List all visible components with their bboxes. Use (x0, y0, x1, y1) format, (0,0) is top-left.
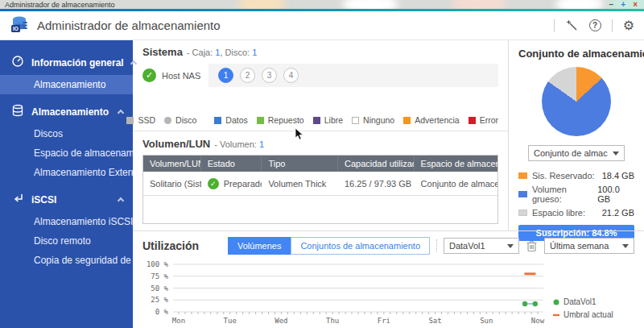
cell-volumen-name: Solitario (Siste... (143, 179, 201, 189)
svg-text:Sun: Sun (480, 317, 493, 325)
pool-panel-title: Conjunto de almacenamiento (518, 48, 634, 60)
svg-text:0 %: 0 % (155, 308, 169, 316)
volumen-count: 1 (259, 139, 264, 149)
disco-marker (164, 117, 171, 124)
disk-slot-3[interactable]: 3 (262, 68, 277, 83)
cell-tipo: Volumen Thick (262, 179, 338, 189)
cell-estado: ✓ Preparado (201, 178, 262, 189)
ssd-marker (126, 117, 134, 124)
help-icon[interactable]: ? (589, 19, 601, 31)
table-row[interactable]: Solitario (Siste... ✓ Preparado Volumen … (143, 172, 497, 196)
sidebar-item-copia-seguridad-lun[interactable]: Copia de seguridad de LUN (0, 251, 133, 270)
svg-text:25 %: 25 % (151, 296, 168, 304)
desktop-blob (451, 0, 507, 9)
volume-select-dropdown[interactable]: DataVol1 (444, 238, 519, 254)
window-titlebar[interactable]: Administrador de almacenamiento − + × (0, 0, 644, 9)
chevron-down-icon (613, 152, 619, 156)
sidebar-section-iscsi[interactable]: iSCSI (0, 187, 133, 212)
datos-marker (214, 117, 221, 124)
disk-slot-4[interactable]: 4 (283, 68, 299, 83)
disk-slot-1[interactable]: 1 (218, 68, 233, 83)
settings-gear-icon[interactable]: ⚙ (623, 19, 634, 32)
controls-separator (436, 239, 437, 252)
error-marker (469, 117, 476, 124)
volumen-table: Volumen/LUN Estado Tipo Capacidad utiliz… (142, 155, 498, 224)
util-tab-group: Volúmenes Conjuntos de almacenamiento (228, 237, 430, 255)
period-select-dropdown[interactable]: Última semana (544, 238, 634, 254)
repuesto-marker (257, 117, 264, 124)
col-estado[interactable]: Estado (201, 156, 262, 172)
legend-datos: Datos (214, 115, 247, 125)
pool-legend-espacio-libre: Espacio libre: 21.2 GB (518, 208, 634, 218)
sis-reservado-value: 18.4 GB (602, 171, 634, 181)
svg-text:100 %: 100 % (147, 260, 169, 268)
chevron-up-icon[interactable] (118, 110, 124, 116)
svg-text:50 %: 50 % (151, 284, 168, 293)
disco-count: 1 (252, 48, 257, 57)
legend-disco: Disco (164, 115, 196, 125)
sidebar-item-discos[interactable]: Discos (0, 124, 133, 143)
col-espacio[interactable]: Espacio de almacena... (415, 156, 497, 172)
trash-icon[interactable] (526, 239, 538, 252)
sistema-title: Sistema (142, 46, 183, 58)
col-tipo[interactable]: Tipo (262, 156, 338, 172)
svg-text:Wed: Wed (275, 317, 287, 325)
pool-legend-volumen-grueso: Volumen grueso: 100.0 GB (518, 185, 634, 204)
sis-reservado-marker (518, 172, 527, 179)
sidebar-item-disco-remoto[interactable]: Disco remoto (0, 231, 133, 251)
svg-text:IO: IO (13, 26, 19, 31)
storage-manager-app-icon: IO (10, 15, 29, 37)
maximize-button[interactable]: + (621, 0, 625, 9)
sistema-meta: - Caja: 1, Disco: 1 (187, 48, 257, 57)
sidebar-item-espacio-de-almacenamiento[interactable]: Espacio de almacenamien (0, 143, 133, 163)
sidebar-navigation: Información general Almacenamiento Almac… (0, 40, 133, 328)
sidebar-item-almacenamiento-iscsi[interactable]: Almacenamiento iSCSI (0, 212, 133, 231)
chevron-down-icon (507, 244, 514, 248)
desktop-blob (555, 0, 604, 9)
svg-text:Sat: Sat (428, 317, 441, 325)
table-header-row: Volumen/LUN Estado Tipo Capacidad utiliz… (143, 156, 497, 172)
svg-text:DataVol1: DataVol1 (564, 297, 597, 306)
disk-slot-strip: 1 2 3 4 (208, 64, 498, 87)
volumen-lun-section: Volumen/LUN - Volumen: 1 Volumen/LUN Est… (133, 131, 508, 230)
table-empty-area (143, 196, 497, 223)
header-separator (612, 19, 613, 32)
ninguno-marker (352, 117, 359, 124)
page-title: Administrador de almacenamiento (37, 19, 221, 32)
tab-conjuntos-almacenamiento[interactable]: Conjuntos de almacenamiento (291, 237, 430, 255)
disk-slot-2[interactable]: 2 (240, 68, 255, 83)
volumen-meta: - Volumen: 1 (214, 139, 264, 149)
app-header: IO Administrador de almacenamiento ? ⚙ (0, 11, 644, 40)
legend-ninguno: Ninguno (352, 115, 394, 125)
legend-repuesto: Repuesto (257, 115, 304, 125)
svg-text:Now: Now (531, 317, 545, 325)
col-capacidad[interactable]: Capacidad utilizada (338, 156, 415, 172)
chevron-down-icon (622, 244, 629, 248)
legend-advertencia: Advertencia (403, 115, 459, 125)
svg-text:Fri: Fri (378, 317, 390, 325)
pool-selector-dropdown[interactable]: Conjunto de almac (528, 145, 625, 161)
tab-volumenes[interactable]: Volúmenes (228, 237, 291, 255)
cell-capacidad: 16.25 / 97.93 GB (338, 179, 415, 189)
disk-stack-icon (11, 104, 24, 119)
close-button[interactable]: × (633, 0, 638, 9)
sidebar-item-almacenamiento-externo[interactable]: Almacenamiento Externo (0, 163, 133, 182)
storage-pool-pie-chart (542, 67, 611, 136)
sidebar-section-almacenamiento[interactable]: Almacenamiento (0, 99, 133, 124)
cell-espacio: Conjunto de almacena... (415, 179, 497, 189)
minimize-button[interactable]: − (609, 0, 613, 9)
col-volumen-lun[interactable]: Volumen/LUN (143, 156, 201, 172)
window-title: Administrador de almacenamiento (0, 1, 115, 9)
svg-text:75 %: 75 % (151, 272, 168, 280)
pool-legend-sis-reservado: Sis. Reservado: 18.4 GB (518, 171, 634, 181)
chevron-up-icon[interactable] (118, 197, 124, 204)
status-ok-icon: ✓ (142, 69, 156, 82)
espacio-libre-value: 21.2 GB (602, 208, 634, 218)
svg-text:Thu: Thu (326, 317, 339, 325)
sidebar-section-informacion-general[interactable]: Información general (0, 50, 133, 75)
disk-legend: SSD Disco Datos Repuesto Libre Ninguno A… (142, 115, 498, 131)
magic-wand-icon[interactable] (565, 19, 579, 32)
volumen-grueso-value: 100.0 GB (597, 185, 634, 204)
gauge-icon (11, 55, 24, 70)
sidebar-item-almacenamiento-overview[interactable]: Almacenamiento (0, 75, 133, 94)
